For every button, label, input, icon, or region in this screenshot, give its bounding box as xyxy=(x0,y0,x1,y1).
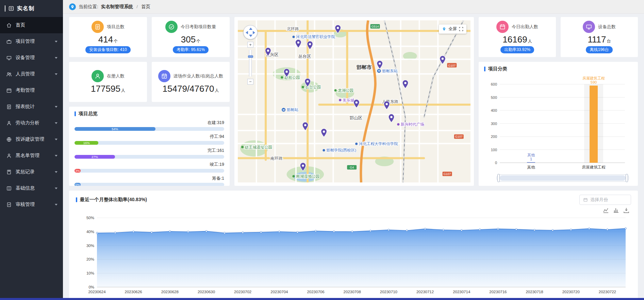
svg-text:20230714: 20230714 xyxy=(453,290,470,294)
svg-text:20%: 20% xyxy=(86,257,94,261)
overview-bar-track: 3% xyxy=(75,169,224,173)
sidebar-item[interactable]: 黑名单管理 xyxy=(0,147,63,164)
calendar-check-icon xyxy=(158,70,170,82)
stat-title: 今日考勤项目数量 xyxy=(181,24,216,30)
device-icon xyxy=(6,55,12,61)
logo-accent xyxy=(5,5,5,12)
zoom-in-button[interactable]: + xyxy=(247,42,253,48)
svg-text:50%: 50% xyxy=(86,216,94,220)
overview-row: 在建:31954% xyxy=(75,120,224,131)
svg-text:G4: G4 xyxy=(350,166,354,169)
zoom-slider-right-handle[interactable] xyxy=(626,174,628,182)
zoom-slider-range[interactable] xyxy=(500,175,626,181)
stat-card: 设备总数1117台离线196台 xyxy=(561,17,638,57)
zoom-slider-left-handle[interactable] xyxy=(497,174,500,182)
line-chart-toggle-icon[interactable] xyxy=(603,208,609,213)
svg-text:M: M xyxy=(378,70,380,72)
sidebar-item[interactable]: 首页 xyxy=(0,17,63,33)
sidebar-item[interactable]: 投诉建议管理 xyxy=(0,131,63,147)
chevron-down-icon xyxy=(55,171,57,173)
overview-bar-fill: 3% xyxy=(75,169,81,173)
map[interactable]: 北环路人民东路南环路复兴区丛台区邯山区邯郸市赵苑公园丛台公园龙湖公园赵王城遗址公… xyxy=(238,20,470,182)
map-school-label: 河北司法警官职业学院 xyxy=(296,35,335,39)
main-area: 当前位置: 实名制管理系统 / 首页 项目总数414个安装设备项目数: 410今… xyxy=(63,0,644,300)
stat-title: 设备总数 xyxy=(598,24,616,30)
sidebar-item-label: 报表统计 xyxy=(16,104,35,110)
sidebar-item-label: 基础信息 xyxy=(16,185,35,191)
sidebar-item-label: 项目管理 xyxy=(16,38,35,45)
pan-left-icon[interactable] xyxy=(246,31,248,34)
overview-bar-track: 16% xyxy=(75,141,224,145)
sidebar-item[interactable]: 考勤管理 xyxy=(0,82,63,99)
svg-text:40%: 40% xyxy=(86,230,94,234)
overview-label: 停工:94 xyxy=(75,134,224,140)
footer-strip xyxy=(0,298,644,300)
project-category-title: 项目分类 xyxy=(484,66,632,72)
sidebar-item[interactable]: 劳动力分析 xyxy=(0,115,63,131)
svg-text:房屋建筑工程: 房屋建筑工程 xyxy=(582,76,605,80)
left-column: 项目总数414个安装设备项目数: 410今日考勤项目数量305个考勤率: 95.… xyxy=(69,17,230,186)
breadcrumb-current[interactable]: 首页 xyxy=(141,4,150,10)
attendance-icon xyxy=(6,88,12,93)
sidebar-item[interactable]: 人员管理 xyxy=(0,66,63,82)
chart-zoom-slider[interactable] xyxy=(496,174,629,182)
rewards-icon xyxy=(6,169,12,175)
baseinfo-icon xyxy=(6,186,12,191)
logo-icon xyxy=(8,5,14,12)
svg-text:500: 500 xyxy=(491,95,497,100)
bar-chart-toggle-icon[interactable] xyxy=(613,208,619,213)
sidebar-item[interactable]: 奖惩记录 xyxy=(0,164,63,180)
check-circle-icon xyxy=(165,21,178,33)
project-category-panel: 项目分类 0100200300400500600其他1其他房屋建筑工程590房屋… xyxy=(479,62,638,186)
users-icon xyxy=(6,71,12,77)
fullscreen-button[interactable]: 全屏 xyxy=(439,24,466,34)
sidebar-item[interactable]: 设备管理 xyxy=(0,50,63,66)
map-station-label: 邯郸站 xyxy=(287,108,299,112)
sidebar-item[interactable]: 审核管理 xyxy=(0,196,63,213)
map-panel: 北环路人民东路南环路复兴区丛台区邯山区邯郸市赵苑公园丛台公园龙湖公园赵王城遗址公… xyxy=(234,17,474,186)
svg-text:10%: 10% xyxy=(86,271,94,275)
stat-value: 414个 xyxy=(98,35,118,45)
map-school-label: 河北工程大学科信学院 xyxy=(359,142,398,146)
svg-text:G514: G514 xyxy=(371,25,379,28)
svg-text:400: 400 xyxy=(491,108,497,112)
svg-text:20230626: 20230626 xyxy=(125,290,142,294)
svg-text:590: 590 xyxy=(591,80,597,84)
download-icon[interactable] xyxy=(624,208,629,213)
clipboard-icon xyxy=(92,21,104,33)
sidebar-item[interactable]: 项目管理 xyxy=(0,33,63,50)
sidebar-item[interactable]: 基础信息 xyxy=(0,180,63,196)
stat-value: 15479/47670人 xyxy=(163,84,219,94)
svg-text:20230706: 20230706 xyxy=(307,290,324,294)
chevron-down-icon xyxy=(55,139,57,140)
zoom-slider[interactable] xyxy=(249,50,252,76)
month-picker[interactable]: 选择月份 xyxy=(579,195,631,205)
sidebar-item[interactable]: 报表统计 xyxy=(0,99,63,115)
stat-value: 1117台 xyxy=(588,35,611,45)
overview-label: 完工:161 xyxy=(75,148,224,154)
map-city-label: 邯郸市 xyxy=(356,64,372,70)
chevron-down-icon xyxy=(55,188,57,189)
pan-down-icon[interactable] xyxy=(249,35,252,37)
overview-row: 竣工:193% xyxy=(75,162,224,173)
chevron-down-icon xyxy=(55,57,57,59)
overview-bar-track: 54% xyxy=(75,127,224,131)
pan-up-icon[interactable] xyxy=(249,28,252,30)
stat-card: 项目总数414个安装设备项目数: 410 xyxy=(69,17,147,57)
svg-text:20230720: 20230720 xyxy=(562,290,580,294)
svg-text:600: 600 xyxy=(491,82,497,86)
sidebar-item-label: 首页 xyxy=(16,22,25,28)
zoom-slider-handle[interactable] xyxy=(248,55,253,58)
map-pan-compass[interactable] xyxy=(243,25,258,39)
breadcrumb-system[interactable]: 实名制管理系统 xyxy=(101,4,133,10)
svg-text:G107: G107 xyxy=(455,135,463,138)
zoom-out-button[interactable]: − xyxy=(247,79,253,85)
pan-right-icon[interactable] xyxy=(253,31,255,34)
chevron-down-icon xyxy=(55,106,57,108)
map-school-label: 邯郸学院(西校区) xyxy=(326,148,356,152)
stat-value: 177595人 xyxy=(91,84,125,94)
svg-text:20230624: 20230624 xyxy=(88,290,106,294)
map-park-label: 赵王城遗址公园 xyxy=(245,145,273,149)
svg-text:20230702: 20230702 xyxy=(234,290,251,294)
chevron-down-icon xyxy=(55,204,57,206)
